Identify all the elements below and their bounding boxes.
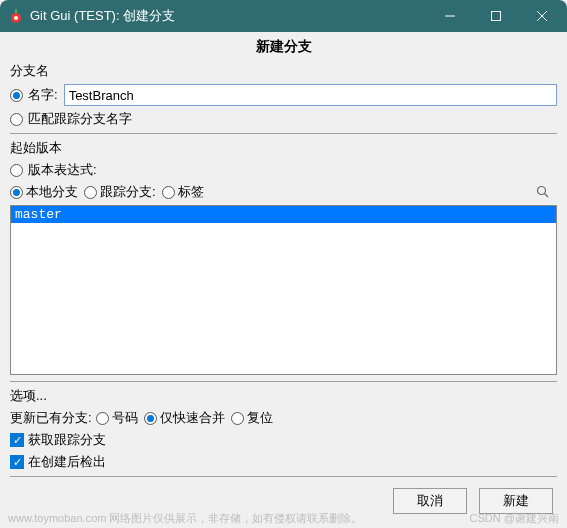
radio-name-label: 名字: — [28, 86, 58, 104]
update-existing-label: 更新已有分支: — [10, 409, 92, 427]
radio-tag[interactable] — [162, 186, 175, 199]
fetch-tracking-row: 获取跟踪分支 — [0, 429, 567, 451]
radio-match-tracking[interactable] — [10, 113, 23, 126]
radio-local-label: 本地分支 — [26, 183, 78, 201]
radio-update-reset-label: 复位 — [247, 409, 273, 427]
checkbox-fetch-label: 获取跟踪分支 — [28, 431, 106, 449]
svg-rect-0 — [15, 9, 17, 13]
branch-match-row: 匹配跟踪分支名字 — [0, 108, 567, 130]
cancel-button-label: 取消 — [417, 492, 443, 510]
titlebar: Git Gui (TEST): 创建分支 — [0, 0, 567, 32]
branch-name-input[interactable] — [64, 84, 557, 106]
divider-2 — [10, 381, 557, 382]
radio-rev-expr[interactable] — [10, 164, 23, 177]
maximize-button[interactable] — [473, 0, 519, 32]
radio-tag-label: 标签 — [178, 183, 204, 201]
update-existing-row: 更新已有分支: 号码 仅快速合并 复位 — [0, 407, 567, 429]
close-button[interactable] — [519, 0, 565, 32]
list-item[interactable]: master — [11, 206, 556, 223]
create-button[interactable]: 新建 — [479, 488, 553, 514]
radio-update-no[interactable] — [96, 412, 109, 425]
branch-listbox[interactable]: master — [10, 205, 557, 375]
start-rev-section-label: 起始版本 — [0, 137, 567, 159]
radio-name[interactable] — [10, 89, 23, 102]
checkbox-checkout-label: 在创建后检出 — [28, 453, 106, 471]
create-button-label: 新建 — [503, 492, 529, 510]
search-icon[interactable] — [535, 184, 551, 200]
radio-local-branch[interactable] — [10, 186, 23, 199]
radio-tracking-branch[interactable] — [84, 186, 97, 199]
options-section-label: 选项... — [0, 385, 567, 407]
svg-point-7 — [538, 187, 546, 195]
radio-update-no-label: 号码 — [112, 409, 138, 427]
cancel-button[interactable]: 取消 — [393, 488, 467, 514]
rev-type-row: 本地分支 跟踪分支: 标签 — [0, 181, 567, 203]
radio-update-ffonly[interactable] — [144, 412, 157, 425]
branch-name-section-label: 分支名 — [0, 60, 567, 82]
window-title: Git Gui (TEST): 创建分支 — [30, 7, 427, 25]
svg-point-2 — [14, 16, 18, 20]
radio-update-ffonly-label: 仅快速合并 — [160, 409, 225, 427]
dialog-content: 新建分支 分支名 名字: 匹配跟踪分支名字 起始版本 版本表达式: 本地分支 跟… — [0, 32, 567, 522]
minimize-button[interactable] — [427, 0, 473, 32]
radio-rev-expr-label: 版本表达式: — [28, 161, 97, 179]
svg-rect-4 — [492, 12, 501, 21]
checkout-after-row: 在创建后检出 — [0, 451, 567, 473]
divider-1 — [10, 133, 557, 134]
checkbox-fetch-tracking[interactable] — [10, 433, 24, 447]
radio-update-reset[interactable] — [231, 412, 244, 425]
rev-expr-row: 版本表达式: — [0, 159, 567, 181]
divider-3 — [10, 476, 557, 477]
dialog-buttons: 取消 新建 — [0, 480, 567, 522]
svg-line-8 — [545, 194, 549, 198]
branch-name-row: 名字: — [0, 82, 567, 108]
app-icon — [8, 8, 24, 24]
radio-tracking-label: 跟踪分支: — [100, 183, 156, 201]
dialog-header: 新建分支 — [0, 32, 567, 60]
radio-match-label: 匹配跟踪分支名字 — [28, 110, 132, 128]
checkbox-checkout-after[interactable] — [10, 455, 24, 469]
